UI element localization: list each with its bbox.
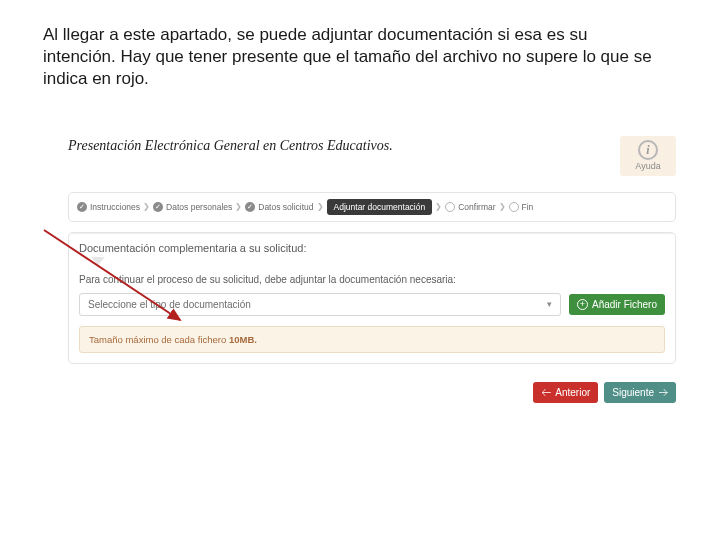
chevron-right-icon: ❯ <box>317 202 324 211</box>
previous-button[interactable]: 🡠 Anterior <box>533 382 598 403</box>
arrow-left-icon: 🡠 <box>541 387 551 398</box>
page-title: Presentación Electrónica General en Cent… <box>68 136 620 154</box>
step-datos-solicitud[interactable]: ✓Datos solicitud <box>245 202 313 212</box>
chevron-right-icon: ❯ <box>435 202 442 211</box>
max-size-warning: Tamaño máximo de cada fichero 10MB. <box>79 326 665 353</box>
triangle-down-icon <box>91 257 105 265</box>
plus-circle-icon: + <box>577 299 588 310</box>
pointer-decoration <box>69 258 675 268</box>
slide-caption: Al llegar a este apartado, se puede adju… <box>43 24 657 89</box>
next-button[interactable]: Siguiente 🡢 <box>604 382 676 403</box>
wizard-steps: ✓Instrucciones ❯ ✓Datos personales ❯ ✓Da… <box>69 193 675 221</box>
chevron-right-icon: ❯ <box>235 202 242 211</box>
chevron-right-icon: ❯ <box>499 202 506 211</box>
help-label: Ayuda <box>620 162 676 172</box>
select-placeholder: Seleccione el tipo de documentación <box>88 299 251 310</box>
add-file-button[interactable]: + Añadir Fichero <box>569 294 665 315</box>
step-confirmar[interactable]: Confirmar <box>445 202 495 212</box>
chevron-right-icon: ❯ <box>143 202 150 211</box>
step-instrucciones[interactable]: ✓Instrucciones <box>77 202 140 212</box>
check-icon: ✓ <box>245 202 255 212</box>
next-label: Siguiente <box>612 387 654 398</box>
section-heading: Documentación complementaria a su solici… <box>69 233 675 258</box>
info-icon: i <box>638 140 658 160</box>
arrow-right-icon: 🡢 <box>658 387 668 398</box>
step-datos-personales[interactable]: ✓Datos personales <box>153 202 232 212</box>
document-type-select[interactable]: Seleccione el tipo de documentación ▾ <box>79 293 561 316</box>
warn-size: 10MB. <box>229 334 257 345</box>
add-file-label: Añadir Fichero <box>592 299 657 310</box>
wizard-panel: ✓Instrucciones ❯ ✓Datos personales ❯ ✓Da… <box>68 192 676 222</box>
circle-icon <box>445 202 455 212</box>
documentation-panel: Documentación complementaria a su solici… <box>68 232 676 364</box>
navigation-row: 🡠 Anterior Siguiente 🡢 <box>60 374 684 413</box>
check-icon: ✓ <box>153 202 163 212</box>
section-instruction: Para continuar el proceso de su solicitu… <box>69 268 675 293</box>
previous-label: Anterior <box>555 387 590 398</box>
step-fin[interactable]: Fin <box>509 202 534 212</box>
app-screenshot: Presentación Electrónica General en Cent… <box>60 130 684 413</box>
circle-icon <box>509 202 519 212</box>
help-button[interactable]: i Ayuda <box>620 136 676 176</box>
chevron-down-icon: ▾ <box>547 299 552 309</box>
warn-prefix: Tamaño máximo de cada fichero <box>89 334 229 345</box>
app-header: Presentación Electrónica General en Cent… <box>60 130 684 186</box>
check-icon: ✓ <box>77 202 87 212</box>
step-adjuntar-documentacion[interactable]: Adjuntar documentación <box>327 199 433 215</box>
